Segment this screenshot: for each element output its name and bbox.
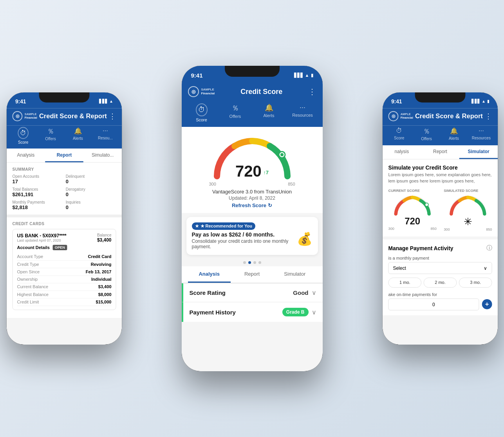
info-icon[interactable]: ⓘ [486,244,492,252]
header-title-left: Credit Score & Report [39,112,107,120]
tab-nav-left: ⏱ Score ％ Offers 🔔 Alerts ··· Resou... [6,126,121,149]
tab-score-left[interactable]: ⏱ Score [12,127,34,144]
tab-alerts-right[interactable]: 🔔 Alerts [443,127,464,141]
tab-score-label-left: Score [18,140,28,144]
rec-desc: Consolidate your credit cards into one m… [192,238,297,249]
score-updated: Updated: April 8, 2022 [229,195,275,201]
plus-button[interactable]: + [482,299,492,309]
dot-1[interactable] [243,261,246,264]
analysis-tabs: Analysis Report Simulator [182,266,323,283]
current-score-label: CURRENT SCORE [388,188,436,192]
summary-derogatory: Derogatory 0 [65,187,116,197]
battery-icon-right: ▮ [487,99,489,103]
subtab-analysis-left[interactable]: Analysis [6,149,45,163]
monthly-payment-label: is a monthly payment [388,255,492,260]
tab-score-right[interactable]: ⏱ Score [388,127,410,141]
recommendation-card[interactable]: ★ ★ Recommended for You Pay as low as $2… [186,217,318,255]
tab-resources-left[interactable]: ··· Resou... [94,127,116,144]
tab-resources-label-center: Resources [292,113,313,117]
logo-circle-left: ◎ [12,111,22,121]
card-balance: $3,400 [97,237,111,243]
score-min: 300 [209,182,216,186]
score-rating-label: Score Rating [190,289,226,296]
current-score-range: 300 850 [388,227,436,231]
scroll-content-left[interactable]: SUMMARY Open Accounts 17 Delinquent 0 To… [6,163,121,318]
menu-icon-center[interactable]: ⋮ [308,87,316,96]
chip-2mo[interactable]: 2 mo. [423,278,457,288]
dot-4[interactable] [258,261,261,264]
menu-icon-right[interactable]: ⋮ [485,112,492,121]
tab-alerts-left[interactable]: 🔔 Alerts [67,127,89,144]
summary-total-balances: Total Balances $261,191 [12,187,63,197]
tab-offers-right[interactable]: ％ Offers [415,127,437,141]
rec-title: Pay as low as $262 / 60 months. [192,231,297,238]
phone-left: 9:41 ▋▋▋ ▲ ◎ SAMPLE Financial Credit Sco… [6,92,121,345]
tab-resources-center[interactable]: ··· Resources [291,103,314,122]
subtab-analysis-right[interactable]: nalysis [382,145,421,159]
rec-content: Pay as low as $262 / 60 months. Consolid… [192,231,313,249]
rec-text: Pay as low as $262 / 60 months. Consolid… [192,231,297,249]
tab-resources-label-right: Resources [471,135,490,140]
battery-icon-center: ▮ [311,73,313,78]
score-item-payment-history[interactable]: Payment History Grade B ∨ [182,302,323,322]
subtab-simulator-right[interactable]: Simulator [459,145,498,159]
logo-text-center: SAMPLE Financial [201,88,215,95]
open-badge: OPEN [52,245,67,250]
dot-3[interactable] [253,261,256,264]
time-center: 9:41 [191,72,203,79]
score-max: 850 [288,182,295,186]
simulator-section: Simulate your Credit Score Lorem ipsum g… [382,159,497,237]
scroll-content-right[interactable]: Simulate your Credit Score Lorem ipsum g… [382,159,497,315]
chip-1mo[interactable]: 1 mo. [388,278,421,288]
summary-monthly-payments: Monthly Payments $2,818 [12,200,63,210]
simulated-score-gauge [444,194,492,215]
tab-offers-left[interactable]: ％ Offers [40,127,61,144]
tab-score-center[interactable]: ⏱ Score [190,103,213,122]
analysis-tab-simulator[interactable]: Simulator [273,266,316,283]
logo-circle-center: ◎ [188,86,199,97]
chip-3mo[interactable]: 3 mo. [459,278,492,288]
detail-ownership: Ownership Individual [17,276,111,283]
subtab-simulator-left[interactable]: Simulato... [83,149,122,163]
payment-input-row: 0 + [388,298,492,310]
tab-resources-right[interactable]: ··· Resources [470,127,492,141]
phone-right: 9:41 ▋▋▋ ▲ ▮ ◎ AMPLE Financial Credit Sc… [382,92,497,345]
score-tab-icon-center: ⏱ [198,106,205,114]
current-score-item: CURRENT SCORE [388,188,436,231]
carousel-dots [182,259,323,266]
tab-offers-center[interactable]: ％ Offers [224,103,247,122]
score-item-rating[interactable]: Score Rating Good ∨ [182,283,323,302]
analysis-tab-analysis[interactable]: Analysis [188,266,231,283]
tab-alerts-label-right: Alerts [449,136,459,140]
summary-open-accounts: Open Accounts 17 [12,174,63,184]
summary-grid: Open Accounts 17 Delinquent 0 Total Bala… [12,174,116,210]
status-icons-left: ▋▋▋ ▲ [99,99,113,103]
refresh-link[interactable]: Refresh Score ↻ [232,202,272,208]
simulated-score-range: 300 850 [444,228,492,231]
payment-input[interactable]: 0 [388,298,479,310]
dot-2[interactable] [248,261,251,264]
summary-title: SUMMARY [12,167,116,171]
logo-circle-right: ◎ [388,111,398,121]
sub-tabs-left: Analysis Report Simulato... [6,149,121,163]
resources-tab-icon-left: ··· [102,127,108,134]
manage-payment-header: Manage Payment Activity ⓘ [388,244,492,252]
detail-account-type: Account Type Credit Card [17,253,111,260]
subtab-report-right[interactable]: Report [421,145,459,159]
analysis-tab-report[interactable]: Report [231,266,273,283]
menu-icon-left[interactable]: ⋮ [109,112,116,121]
simulated-score-atom: ✳ [444,215,492,227]
logo-left: ◎ SAMPLE Financial [12,111,37,121]
alerts-tab-icon-center: 🔔 [265,103,273,112]
payment-select[interactable]: Select ∨ [388,262,492,274]
grade-badge: Grade B [282,308,309,316]
manage-payment-section: Manage Payment Activity ⓘ is a monthly p… [382,239,497,315]
tab-nav-right: ⏱ Score ％ Offers 🔔 Alerts ··· Resources [382,126,497,146]
sub-tabs-right: nalysis Report Simulator [382,145,497,159]
score-rating-right: Good ∨ [293,289,316,296]
offers-tab-icon-center: ％ [232,103,239,113]
subtab-report-left[interactable]: Report [45,149,83,163]
tab-score-label-right: Score [394,135,404,140]
score-change: ↑7 [263,170,269,175]
tab-alerts-center[interactable]: 🔔 Alerts [257,103,281,122]
